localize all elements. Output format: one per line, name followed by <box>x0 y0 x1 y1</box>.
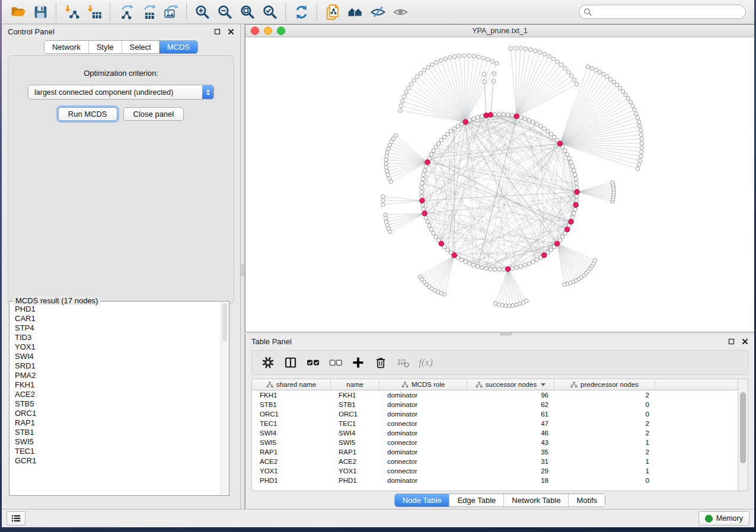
leaf-node[interactable] <box>448 56 452 59</box>
leaf-node[interactable] <box>481 56 485 60</box>
leaf-node[interactable] <box>513 46 517 50</box>
leaf-node[interactable] <box>384 216 387 220</box>
leaf-node[interactable] <box>435 60 438 64</box>
ring-node[interactable] <box>502 267 506 271</box>
leaf-node[interactable] <box>384 158 388 162</box>
leaf-node[interactable] <box>618 86 622 90</box>
leaf-node[interactable] <box>444 57 447 60</box>
leaf-node[interactable] <box>500 303 504 307</box>
leaf-node[interactable] <box>385 169 388 173</box>
column-header-name[interactable]: name <box>331 379 379 390</box>
mcds-result-item[interactable]: PMA2 <box>15 371 221 380</box>
memory-button[interactable]: Memory <box>698 511 749 525</box>
ring-node[interactable] <box>434 235 438 239</box>
leaf-node[interactable] <box>504 304 508 307</box>
leaf-node[interactable] <box>467 54 471 57</box>
task-history-button[interactable] <box>7 511 25 525</box>
home-network-button[interactable] <box>344 2 366 22</box>
ring-node[interactable] <box>575 194 579 198</box>
table-row[interactable]: ORC1ORC1dominator610 <box>252 409 738 419</box>
leaf-node[interactable] <box>636 167 639 171</box>
ring-node[interactable] <box>511 267 515 271</box>
leaf-node[interactable] <box>602 72 605 76</box>
leaf-node[interactable] <box>538 50 542 54</box>
leaf-node[interactable] <box>631 104 634 107</box>
leaf-node[interactable] <box>590 66 594 70</box>
leaf-node[interactable] <box>381 195 385 198</box>
network-graph[interactable] <box>245 37 754 332</box>
run-mcds-button[interactable]: Run MCDS <box>58 107 117 121</box>
mcds-hub-node[interactable] <box>452 253 457 258</box>
ring-node[interactable] <box>426 220 430 224</box>
ring-node[interactable] <box>523 263 527 267</box>
leaf-node[interactable] <box>497 303 500 306</box>
mcds-hub-node[interactable] <box>425 160 430 165</box>
leaf-node[interactable] <box>547 55 551 58</box>
table-scrollbar-thumb[interactable] <box>740 392 746 463</box>
ring-node[interactable] <box>527 262 531 266</box>
ring-node[interactable] <box>460 258 464 262</box>
network-document-button[interactable] <box>321 2 344 22</box>
ring-node[interactable] <box>535 122 539 126</box>
leaf-node[interactable] <box>384 213 387 216</box>
splitter-grabber[interactable] <box>500 332 512 335</box>
leaf-node[interactable] <box>486 57 490 61</box>
import-table-button[interactable] <box>83 2 106 22</box>
mcds-result-item[interactable]: ACE2 <box>15 390 221 399</box>
leaf-node[interactable] <box>559 63 563 66</box>
hide-eye-button[interactable] <box>366 2 389 22</box>
vertical-splitter[interactable] <box>240 24 245 509</box>
leaf-node[interactable] <box>639 150 643 153</box>
leaf-node[interactable] <box>570 74 573 78</box>
panel-columns-button[interactable] <box>280 353 301 372</box>
ring-node[interactable] <box>421 203 425 207</box>
mcds-hub-node[interactable] <box>564 227 570 232</box>
leaf-node[interactable] <box>389 180 393 184</box>
leaf-node[interactable] <box>556 60 559 63</box>
ring-node[interactable] <box>432 149 436 153</box>
leaf-node[interactable] <box>524 47 527 50</box>
ring-node[interactable] <box>429 152 433 156</box>
ring-node[interactable] <box>506 113 510 117</box>
leaf-node[interactable] <box>443 293 446 296</box>
table-row[interactable]: ACE2ACE2connector311 <box>252 457 738 466</box>
leaf-node[interactable] <box>528 47 532 51</box>
tab-edge-table[interactable]: Edge Table <box>449 494 503 507</box>
ring-node[interactable] <box>471 117 476 121</box>
leaf-node[interactable] <box>621 89 624 93</box>
ring-node[interactable] <box>421 177 425 181</box>
leaf-node[interactable] <box>399 104 403 107</box>
ring-node[interactable] <box>493 267 497 271</box>
ring-node[interactable] <box>429 227 433 232</box>
leaf-node[interactable] <box>524 299 528 303</box>
leaf-node[interactable] <box>407 86 410 89</box>
zoom-selected-button[interactable] <box>259 2 281 22</box>
mcds-result-item[interactable]: STP4 <box>15 323 221 333</box>
ring-node[interactable] <box>480 265 484 270</box>
mcds-result-item[interactable]: SWI5 <box>15 437 221 447</box>
leaf-node[interactable] <box>381 203 385 206</box>
leaf-node[interactable] <box>492 79 495 83</box>
leaf-node[interactable] <box>572 78 576 82</box>
mcds-hub-node[interactable] <box>439 241 444 246</box>
leaf-node[interactable] <box>639 133 643 136</box>
ring-node[interactable] <box>436 142 441 146</box>
table-row[interactable]: RAP1RAP1dominator352 <box>252 447 738 457</box>
ring-node[interactable] <box>423 168 427 172</box>
ring-node[interactable] <box>493 113 497 117</box>
leaf-node[interactable] <box>472 55 476 58</box>
ring-node[interactable] <box>573 173 577 177</box>
leaf-node[interactable] <box>385 154 388 158</box>
column-header-shared-name[interactable]: shared name <box>252 379 331 390</box>
ring-node[interactable] <box>572 211 576 216</box>
leaf-node[interactable] <box>563 66 567 70</box>
leaf-node[interactable] <box>629 100 632 104</box>
open-folder-button[interactable] <box>7 2 29 22</box>
leaf-node[interactable] <box>638 124 642 128</box>
ring-node[interactable] <box>471 263 476 267</box>
leaf-node[interactable] <box>509 47 512 50</box>
table-row[interactable]: STB1STB1dominator620 <box>252 400 738 409</box>
leaf-node[interactable] <box>637 163 641 166</box>
mcds-hub-node[interactable] <box>557 141 563 146</box>
ring-node[interactable] <box>439 138 444 142</box>
